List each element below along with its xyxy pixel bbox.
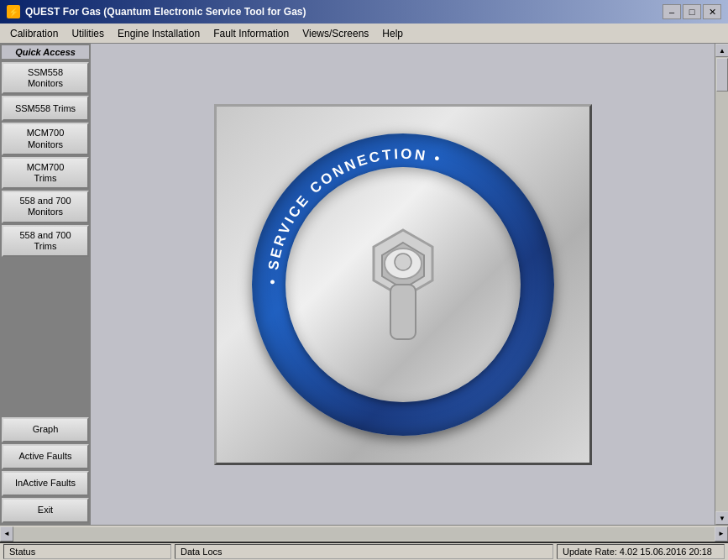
title-bar: ⚡ QUEST For Gas (Quantum Electronic Serv…: [0, 0, 728, 24]
logo-container: • SERVICE CONNECTION • • NATURAL GAS SYS…: [214, 104, 592, 465]
quick-access-label: Quick Access: [2, 45, 89, 59]
maximize-button[interactable]: □: [683, 4, 701, 19]
menu-views-screens[interactable]: Views/Screens: [296, 26, 375, 41]
menu-utilities[interactable]: Utilities: [65, 26, 111, 41]
scroll-thumb[interactable]: [716, 58, 728, 92]
app-icon: ⚡: [7, 5, 20, 18]
sidebar-bottom-section: Graph Active Faults InActive Faults Exit: [2, 417, 89, 523]
menu-engine-installation[interactable]: Engine Installation: [111, 26, 207, 41]
sidebar-item-mcm700-trims[interactable]: MCM700Trims: [2, 157, 89, 189]
exit-button[interactable]: Exit: [2, 498, 89, 523]
status-left-panel: Status: [3, 544, 171, 559]
status-bar: Status Data Locs Update Rate: 4.02 15.06…: [0, 542, 728, 560]
close-button[interactable]: ✕: [703, 4, 721, 19]
window-controls: – □ ✕: [663, 4, 721, 19]
menu-fault-information[interactable]: Fault Information: [207, 26, 296, 41]
sidebar-item-558-700-trims[interactable]: 558 and 700Trims: [2, 225, 89, 257]
sidebar-item-ssm558-trims[interactable]: SSM558 Trims: [2, 96, 89, 121]
h-scroll-track[interactable]: [13, 527, 715, 541]
status-right-panel: Update Rate: 4.02 15.06.2016 20:18: [557, 544, 725, 559]
inactive-faults-button[interactable]: InActive Faults: [2, 471, 89, 496]
menu-bar: Calibration Utilities Engine Installatio…: [0, 24, 728, 44]
sidebar-item-mcm700-monitors[interactable]: MCM700Monitors: [2, 123, 89, 154]
vertical-scrollbar[interactable]: ▲ ▼: [715, 44, 728, 525]
svg-rect-4: [390, 285, 416, 339]
data-locs-label: Data Locs: [181, 547, 223, 557]
menu-calibration[interactable]: Calibration: [3, 26, 65, 41]
scroll-track[interactable]: [715, 57, 728, 511]
logo-inner-circle: [285, 167, 521, 402]
scroll-right-button[interactable]: ►: [715, 526, 728, 542]
update-rate-label: Update Rate: 4.02 15.06.2016 20:18: [563, 547, 712, 557]
scroll-left-button[interactable]: ◄: [0, 526, 13, 542]
active-faults-button[interactable]: Active Faults: [2, 444, 89, 469]
svg-point-6: [395, 254, 411, 270]
menu-help[interactable]: Help: [375, 26, 410, 41]
main-layout: Quick Access SSM558Monitors SSM558 Trims…: [0, 44, 728, 525]
sidebar-item-ssm558-monitors[interactable]: SSM558Monitors: [2, 62, 89, 94]
window-title: QUEST For Gas (Quantum Electronic Servic…: [25, 6, 306, 18]
graph-button[interactable]: Graph: [2, 417, 89, 442]
status-mid-panel: Data Locs: [175, 544, 553, 559]
scroll-up-button[interactable]: ▲: [715, 44, 728, 57]
content-area: • SERVICE CONNECTION • • NATURAL GAS SYS…: [91, 44, 715, 525]
wrench-bolt-icon: [332, 213, 474, 356]
sidebar: Quick Access SSM558Monitors SSM558 Trims…: [0, 44, 91, 525]
sidebar-item-558-700-monitors[interactable]: 558 and 700Monitors: [2, 191, 89, 222]
logo-outer-ring: • SERVICE CONNECTION • • NATURAL GAS SYS…: [252, 133, 554, 436]
horizontal-scrollbar[interactable]: ◄ ►: [0, 525, 728, 542]
scroll-down-button[interactable]: ▼: [715, 511, 728, 525]
minimize-button[interactable]: –: [663, 4, 681, 19]
status-label: Status: [9, 547, 35, 557]
